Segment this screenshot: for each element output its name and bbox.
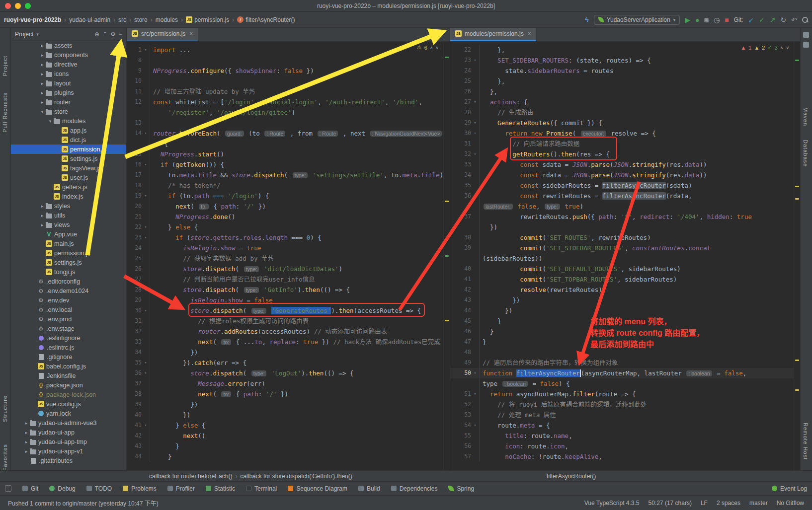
line-number[interactable]: 42 — [127, 431, 142, 441]
breadcrumb-item[interactable]: yudao-ui-admin — [69, 16, 110, 23]
fold-chevron-icon[interactable]: ▾ — [142, 358, 150, 368]
tree-item-main.js[interactable]: JSmain.js — [11, 239, 126, 248]
tool-window-statistic[interactable]: Statistic — [206, 485, 235, 492]
tool-strip-label-remote-host[interactable]: Remote Host — [803, 423, 809, 460]
code-line[interactable]: 37 Message.error(err) — [127, 378, 450, 389]
code-line[interactable]: 34 }) — [127, 347, 450, 358]
line-number[interactable]: 9 — [127, 66, 142, 76]
line-number[interactable]: 32 — [127, 326, 142, 337]
code-line[interactable]: 21 NProgress.done() — [127, 212, 450, 222]
code-text[interactable]: /* has token*/ — [150, 180, 450, 191]
code-line[interactable]: 44 } — [127, 451, 450, 462]
line-number[interactable]: 38 — [127, 389, 142, 399]
chevron-right-icon[interactable]: ▸ — [23, 449, 30, 454]
fold-chevron-icon[interactable]: ▾ — [142, 305, 150, 316]
code-text[interactable]: // 向后端请求路由数据 — [479, 139, 800, 149]
chevron-right-icon[interactable]: ▸ — [39, 62, 46, 67]
chevron-right-icon[interactable]: ▸ — [39, 213, 46, 218]
code-text[interactable]: actions: { — [479, 97, 800, 107]
code-line[interactable]: 52 // 将 ruoyi 后端原有耦合前端的逻辑，迁移到此处 — [450, 399, 800, 410]
code-line[interactable]: 39 }) — [127, 399, 450, 410]
code-line[interactable]: 30▾ store.dispatch( type: 'GenerateRoute… — [127, 305, 450, 316]
code-line[interactable]: 16▾ if (getToken()) { — [127, 159, 450, 170]
line-number[interactable]: 16 — [127, 159, 142, 170]
tree-item-icons[interactable]: ▸icons — [11, 69, 126, 78]
close-icon[interactable]: × — [189, 30, 193, 37]
git-push-icon[interactable]: ↗ — [770, 16, 776, 23]
line-number[interactable]: 26 — [127, 264, 142, 274]
code-line[interactable]: 48 — [450, 347, 800, 358]
chevron-right-icon[interactable]: ▸ — [23, 430, 30, 435]
line-number[interactable]: 44 — [127, 451, 142, 462]
code-line[interactable]: 38 next( to: { path: '/' }) — [127, 389, 450, 399]
line-number[interactable]: 33 — [127, 337, 142, 347]
breadcrumb-item[interactable]: callback for router.beforeEach() — [149, 473, 232, 480]
chevron-right-icon[interactable]: ▸ — [39, 72, 46, 76]
tool-strip-label-pull-requests[interactable]: Pull Requests — [2, 92, 8, 133]
tool-strip-label-favorites[interactable]: Favorites — [2, 444, 8, 471]
stop-button[interactable]: ■ — [725, 16, 729, 23]
tree-item-permission.js[interactable]: JSpermission.js — [11, 145, 126, 154]
fold-chevron-icon[interactable]: ▾ — [471, 97, 479, 107]
tree-item-yudao-ui-app-tmp[interactable]: ▸yudao-ui-app-tmp — [11, 437, 126, 446]
code-line[interactable]: 37 rewriteRoutes.push({ path: '*', redir… — [450, 212, 800, 222]
code-line[interactable]: 47} — [450, 337, 800, 347]
tree-item-.eslintrc.js[interactable]: .eslintrc.js — [11, 343, 126, 352]
code-text[interactable]: }) — [479, 222, 800, 232]
debug-button[interactable]: ● — [695, 16, 699, 23]
line-number[interactable]: 28 — [127, 285, 142, 295]
tool-window-build[interactable]: Build — [358, 485, 380, 492]
code-text[interactable]: Message.error(err) — [150, 378, 450, 389]
code-text[interactable]: SET_SIDEBAR_ROUTERS: (state, routes) => … — [479, 55, 800, 66]
code-line[interactable]: }) — [450, 222, 800, 232]
line-number[interactable]: 27 — [127, 274, 142, 285]
code-text[interactable]: // 根据roles权限生成可访问的路由表 — [150, 316, 450, 326]
line-number[interactable]: 20 — [127, 201, 142, 212]
breadcrumb-item[interactable]: ffilterAsyncRouter() — [237, 16, 295, 23]
code-text[interactable]: }) — [150, 347, 450, 358]
code-text[interactable]: if (to.path === '/login') { — [150, 191, 450, 201]
line-number[interactable]: 29 — [450, 118, 471, 128]
code-line[interactable]: 50▾function filterAsyncRouter(asyncRoute… — [450, 368, 800, 378]
line-number[interactable]: 43 — [127, 441, 142, 451]
code-text[interactable]: state.sidebarRouters = routes — [479, 66, 800, 76]
code-line[interactable]: 10 — [127, 76, 450, 86]
code-line[interactable]: 46 } — [450, 326, 800, 337]
code-text[interactable]: title: route.name, — [479, 431, 800, 441]
status-item-2-spaces[interactable]: 2 spaces — [717, 500, 740, 507]
code-line[interactable]: 29 isRelogin.show = false — [127, 295, 450, 305]
tree-item-.env.local[interactable]: ⚙.env.local — [11, 305, 126, 314]
minimize-button[interactable] — [15, 3, 21, 9]
code-text[interactable]: to.meta.title && store.dispatch( type: '… — [150, 170, 450, 180]
line-number[interactable]: 28 — [450, 107, 471, 118]
code-line[interactable]: 13 — [127, 118, 450, 128]
line-number[interactable]: 40 — [450, 264, 471, 274]
line-number[interactable]: 23 — [450, 55, 471, 66]
line-number[interactable]: 21 — [127, 212, 142, 222]
code-text[interactable]: // 增加三方登陆 update by 芋艿 — [150, 86, 450, 97]
line-number[interactable]: 38 — [450, 232, 471, 243]
line-number[interactable]: 34 — [450, 170, 471, 180]
code-line[interactable]: 57 noCache: !route.keepAlive, — [450, 451, 800, 462]
code-text[interactable]: }, — [479, 86, 800, 97]
tree-item-yudao-ui-app[interactable]: ▸yudao-ui-app — [11, 428, 126, 437]
tree-item-styles[interactable]: ▸styles — [11, 201, 126, 211]
breadcrumb-item[interactable]: modules — [156, 16, 178, 23]
hide-panel-icon[interactable]: − — [119, 31, 122, 38]
layout-icon[interactable] — [803, 32, 809, 38]
line-number[interactable]: 22 — [127, 222, 142, 232]
tree-item-.eslintignore[interactable]: .eslintignore — [11, 333, 126, 343]
tree-item-permission.js[interactable]: JSpermission.js — [11, 248, 126, 258]
code-text[interactable]: // 将 ruoyi 后端原有耦合前端的逻辑，迁移到此处 — [479, 399, 800, 410]
code-line[interactable]: 53 // 处理 meta 属性 — [450, 410, 800, 420]
code-line[interactable]: 51▾ return asyncRouterMap.filter(route =… — [450, 389, 800, 399]
code-text[interactable]: type : boolean = false) { — [479, 378, 800, 389]
tool-window-event-log[interactable]: Event Log — [772, 485, 807, 492]
tool-window-debug[interactable]: Debug — [49, 485, 75, 492]
code-line[interactable]: 33 const sdata = JSON.parse(JSON.stringi… — [450, 159, 800, 170]
code-text[interactable]: store.dispatch( type: 'LogOut').then(() … — [150, 368, 450, 378]
code-text[interactable]: import ... — [150, 45, 450, 55]
tree-item-modules[interactable]: ▾modules — [11, 116, 126, 126]
locate-file-icon[interactable]: ⊕ — [94, 31, 99, 38]
tree-item-utils[interactable]: ▸utils — [11, 211, 126, 220]
